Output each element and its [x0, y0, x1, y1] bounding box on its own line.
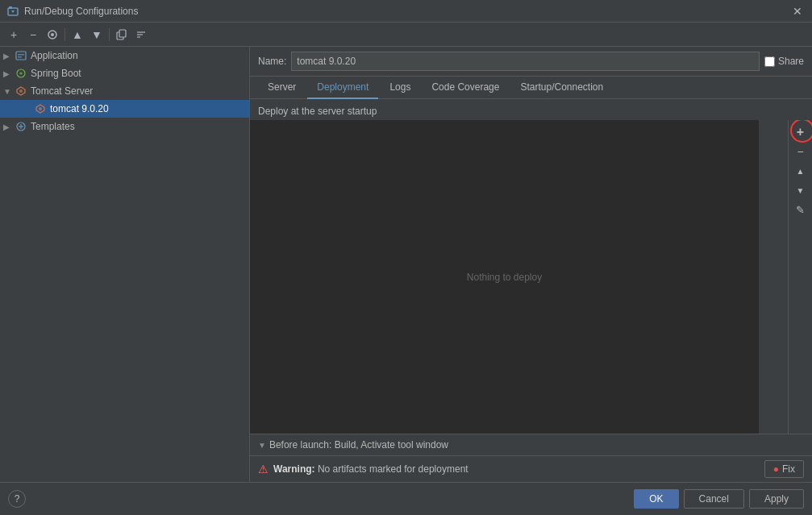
- content-area: ▶ Application ▶: [0, 47, 812, 482]
- tree-item-spring-boot[interactable]: ▶ Spring Boot: [0, 64, 249, 82]
- title-bar: Run/Debug Configurations ✕: [0, 0, 812, 23]
- svg-point-4: [51, 33, 54, 36]
- arrow-tomcat-server: ▼: [3, 87, 13, 96]
- spring-boot-label: Spring Boot: [31, 68, 81, 79]
- svg-rect-11: [18, 54, 24, 56]
- deploy-add-button[interactable]: +: [792, 123, 810, 141]
- tree-item-templates[interactable]: ▶ Templates: [0, 118, 249, 135]
- before-launch-section: ▼ Before launch: Build, Activate tool wi…: [250, 434, 812, 455]
- tree-item-tomcat-9[interactable]: ▶ tomcat 9.0.20: [0, 100, 249, 118]
- add-configuration-button[interactable]: +: [5, 26, 23, 44]
- name-row: Name: Share: [250, 47, 812, 77]
- tab-logs[interactable]: Logs: [380, 77, 420, 99]
- edit-configuration-button[interactable]: [44, 26, 61, 44]
- sort-button[interactable]: [132, 26, 150, 44]
- tree-item-application[interactable]: ▶ Application: [0, 47, 249, 64]
- before-launch-label: Before launch: Build, Activate tool wind…: [269, 439, 448, 451]
- tomcat-9-label: tomcat 9.0.20: [50, 103, 109, 114]
- toolbar-separator-1: [65, 28, 65, 41]
- left-panel: ▶ Application ▶: [0, 47, 250, 482]
- svg-rect-2: [9, 6, 12, 9]
- bottom-bar: ? OK Cancel Apply: [0, 482, 812, 515]
- fix-icon: ●: [773, 463, 779, 475]
- resize-handle[interactable]: [246, 47, 249, 482]
- templates-label: Templates: [31, 121, 75, 132]
- spring-boot-icon: [15, 67, 27, 80]
- svg-point-15: [39, 107, 42, 110]
- warning-text: Warning: No artifacts marked for deploym…: [273, 463, 760, 475]
- apply-button[interactable]: Apply: [749, 489, 804, 509]
- templates-icon: [15, 120, 27, 133]
- name-input[interactable]: [291, 52, 760, 71]
- deploy-up-button[interactable]: ▲: [792, 162, 810, 180]
- tab-code-coverage[interactable]: Code Coverage: [422, 77, 509, 99]
- tab-content-deployment: Deploy at the server startup Nothing to …: [250, 99, 812, 482]
- toolbar-separator-2: [109, 28, 110, 41]
- deploy-remove-button[interactable]: −: [792, 143, 810, 160]
- application-icon: [15, 49, 27, 62]
- tomcat-server-label: Tomcat Server: [31, 85, 93, 97]
- arrow-templates: ▶: [3, 123, 13, 131]
- tomcat-9-icon: [34, 102, 47, 115]
- tab-deployment[interactable]: Deployment: [307, 77, 378, 99]
- title-bar-title: Run/Debug Configurations: [24, 6, 789, 17]
- down-button[interactable]: ▼: [88, 26, 106, 44]
- deploy-header: Deploy at the server startup: [250, 99, 812, 120]
- title-bar-icon: [6, 5, 19, 18]
- before-launch-header[interactable]: ▼ Before launch: Build, Activate tool wi…: [258, 439, 804, 451]
- tree-item-tomcat-server[interactable]: ▼ Tomcat Server: [0, 82, 249, 100]
- warning-bar: ⚠ Warning: No artifacts marked for deplo…: [250, 455, 812, 482]
- copy-button[interactable]: [113, 26, 131, 44]
- fix-button[interactable]: ● Fix: [764, 460, 804, 478]
- remove-configuration-button[interactable]: −: [24, 26, 42, 44]
- before-launch-collapse-icon: ▼: [258, 441, 266, 450]
- share-label: Share: [764, 56, 804, 67]
- name-label: Name:: [258, 56, 286, 67]
- main-container: + − ▲ ▼: [0, 23, 812, 515]
- svg-rect-12: [18, 56, 22, 58]
- help-button[interactable]: ?: [8, 490, 26, 508]
- svg-point-14: [19, 89, 23, 93]
- nothing-to-deploy-text: Nothing to deploy: [467, 272, 542, 283]
- close-button[interactable]: ✕: [789, 3, 806, 19]
- svg-rect-6: [119, 30, 126, 37]
- toolbar: + − ▲ ▼: [0, 23, 812, 47]
- svg-rect-10: [16, 52, 26, 60]
- tabs-row: Server Deployment Logs Code Coverage Sta…: [250, 77, 812, 99]
- up-button[interactable]: ▲: [69, 26, 86, 44]
- tab-startup-connection[interactable]: Startup/Connection: [510, 77, 613, 99]
- deploy-down-button[interactable]: ▼: [792, 181, 810, 199]
- arrow-application: ▶: [3, 52, 13, 60]
- application-label: Application: [31, 50, 78, 61]
- deploy-content-wrapper: Nothing to deploy + − ▲: [250, 120, 812, 434]
- svg-marker-1: [11, 10, 15, 13]
- arrow-spring-boot: ▶: [3, 69, 13, 78]
- deploy-list-area: Nothing to deploy: [250, 120, 759, 434]
- deploy-side-toolbar: + − ▲ ▼ ✎: [788, 120, 812, 434]
- tomcat-server-icon: [15, 85, 27, 98]
- share-checkbox[interactable]: [764, 56, 775, 67]
- warning-icon: ⚠: [258, 463, 269, 476]
- ok-button[interactable]: OK: [634, 489, 678, 509]
- tab-server[interactable]: Server: [258, 77, 306, 99]
- right-panel: Name: Share Server Deployment Logs Code …: [250, 47, 812, 482]
- deploy-edit-button[interactable]: ✎: [792, 201, 810, 218]
- cancel-button[interactable]: Cancel: [684, 489, 744, 509]
